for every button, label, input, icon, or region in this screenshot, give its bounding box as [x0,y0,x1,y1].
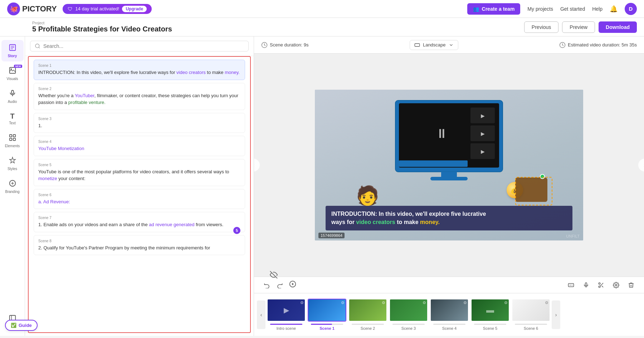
caption-highlight-2: money. [420,219,440,225]
topnav-right: 👥 Create a team My projects Get started … [467,3,637,15]
scene-duration: Scene duration: 9s [261,42,308,48]
tl-label-intro: Intro scene [277,326,296,330]
elements-icon [9,134,16,143]
redo-icon [277,282,283,288]
caption-icon [568,282,574,288]
scene-block-7[interactable]: Scene 7 1. Enable ads on your videos and… [34,212,245,232]
sidebar-item-elements[interactable]: Elements [1,130,24,151]
preview-toolbar [254,277,644,293]
scene-block-4[interactable]: Scene 4 YouTube Monetization [34,136,245,156]
progress-bar-2 [352,324,384,325]
progress-bar-6 [515,324,547,325]
video-creators-link[interactable]: video creators [176,70,206,75]
sidebar-item-styles[interactable]: Styles [1,153,24,174]
scene-block-2[interactable]: Scene 2 Whether you're a YouTuber, filmm… [34,83,245,110]
prev-scene-button[interactable]: ‹ [254,159,260,172]
help-link[interactable]: Help [592,6,602,12]
create-team-button[interactable]: 👥 Create a team [467,3,521,15]
scene-block-3[interactable]: Scene 3 1. [34,113,245,133]
scene-block-6[interactable]: Scene 6 a. Ad Revenue: [34,189,245,209]
mic-button[interactable] [580,279,592,291]
sidebar-item-visuals[interactable]: NEW Visuals [1,63,24,84]
script-scenes: Scene 1 INTRODUCTION: In this video, we'… [28,56,251,333]
sidebar-item-branding[interactable]: Branding [1,176,24,197]
tl-label-1: Scene 1 [319,326,335,330]
upgrade-button[interactable]: Upgrade [122,6,147,12]
redo-button[interactable] [274,279,286,291]
svg-rect-13 [13,138,15,140]
scene-text-7: 1. Enable ads on your videos and earn a … [38,221,240,228]
scene-label-6: Scene 6 [38,193,240,197]
text-icon: T [10,112,14,120]
visibility-toggle[interactable] [270,271,278,280]
undo-button[interactable] [261,279,273,291]
tl-scene-2[interactable]: ⚙ Scene 2 [348,299,387,330]
caption-line2-pre: ways for [331,219,356,225]
orientation-selector[interactable]: Landscape [410,40,458,50]
settings-button[interactable] [610,279,622,291]
guide-button[interactable]: ✅ Guide [5,320,38,331]
sidebar-item-story[interactable]: Story [1,40,24,61]
tl-scene-5[interactable]: ▬ ⚙ Scene 5 [471,299,509,330]
tl-scene-intro[interactable]: ▶ ⚙ Intro scene [267,299,306,330]
sidebar-item-audio[interactable]: Audio [1,86,24,107]
ad-revenue-link[interactable]: a. Ad Revenue: [38,199,70,204]
tl-scene-1[interactable]: ⚙ Scene 1 [308,299,346,330]
profitable-venture-link[interactable]: profitable venture. [68,100,106,105]
scene-block-5[interactable]: Scene 5 YouTube is one of the most popul… [34,159,245,186]
search-input[interactable] [43,43,244,49]
previous-button[interactable]: Previous [524,21,558,33]
branding-label: Branding [5,190,19,194]
timeline-prev-button[interactable]: ‹ [257,300,265,329]
project-actions: Previous Preview Download [524,21,637,33]
team-icon: 👥 [473,6,479,12]
play-icon [289,280,296,288]
scene-text-2: Whether you're a YouTuber, filmmaker, or… [38,92,240,106]
tl-thumb-inner-1: ⚙ [308,299,346,321]
undo-icon [264,282,270,288]
svg-rect-11 [13,135,15,137]
youtube-monetization-link[interactable]: YouTube Monetization [38,146,84,151]
person-silhouette: 🧑 [356,186,379,205]
caption-overlay: INTRODUCTION: In this video, we'll explo… [326,206,572,230]
tl-scene-3[interactable]: ⚙ Scene 3 [389,299,428,330]
delete-button[interactable] [625,279,637,291]
scissors-button[interactable] [595,279,607,291]
tl-scene-6[interactable]: ⚙ Scene 6 [512,299,550,330]
money-link[interactable]: money. [225,70,240,75]
preview-button[interactable]: Preview [562,21,595,33]
scene-label-7: Scene 7 [38,216,240,220]
caption-button[interactable] [565,279,577,291]
monetize-link[interactable]: monetize [38,176,57,181]
scene-text-4: YouTube Monetization [38,145,240,152]
elements-label: Elements [5,144,20,148]
svg-line-44 [602,285,603,287]
tl-scene-4[interactable]: ⚙ Scene 4 [430,299,469,330]
timeline-next-button[interactable]: › [552,300,560,329]
scene-block-1[interactable]: Scene 1 INTRODUCTION: In this video, we'… [34,60,245,80]
download-button[interactable]: Download [599,21,637,33]
app-name: PICTORY [22,4,57,14]
play-button[interactable] [287,279,298,291]
visuals-icon [9,66,16,76]
trash-icon [628,282,634,288]
preview-topbar: Scene duration: 9s Landscape Estimated v… [254,36,644,54]
logo[interactable]: 🐙 PICTORY [7,3,57,15]
user-avatar[interactable]: D [625,3,637,15]
scene-label-4: Scene 4 [38,140,240,144]
ad-revenue-generated-link[interactable]: ad revenue generated [149,222,194,227]
sidebar-item-text[interactable]: T Text [1,109,24,129]
youtuber-link[interactable]: YouTuber [75,93,94,98]
timeline: ‹ ▶ ⚙ Intro scene [254,293,644,336]
scene-block-8[interactable]: Scene 8 2. Qualify for YouTube's Partner… [34,235,245,255]
scene-label-2: Scene 2 [38,87,240,91]
svg-rect-31 [399,160,468,167]
text-label: Text [9,121,15,125]
story-label: Story [8,54,17,58]
next-scene-button[interactable]: › [638,159,644,172]
tl-thumb-inner-3: ⚙ [390,299,427,321]
my-projects-link[interactable]: My projects [527,6,553,12]
get-started-link[interactable]: Get started [560,6,585,12]
tl-thumb-1: ⚙ [308,299,346,322]
notification-icon[interactable]: 🔔 [610,5,618,13]
